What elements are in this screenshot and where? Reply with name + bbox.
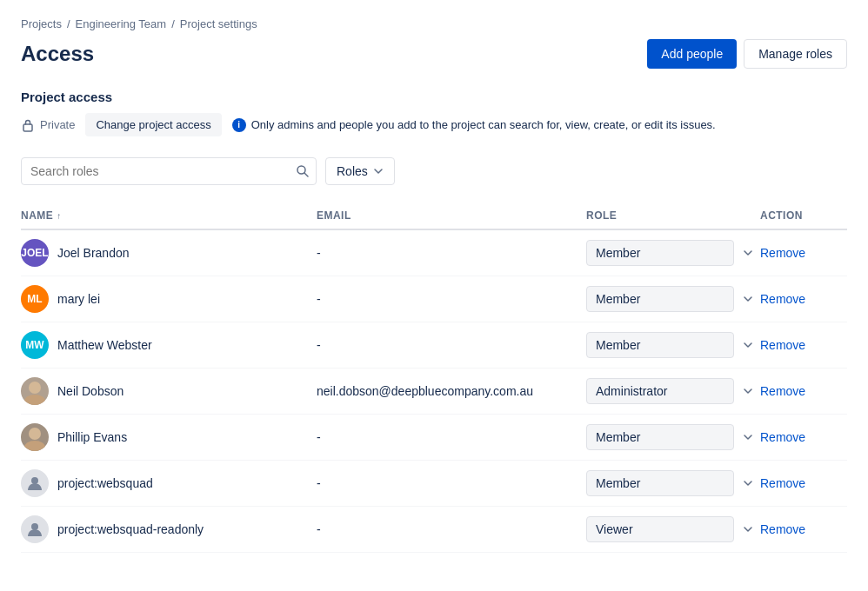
- col-role-header: Role: [586, 209, 760, 222]
- email-value: -: [317, 522, 321, 536]
- action-cell: Remove: [760, 384, 847, 398]
- remove-button[interactable]: Remove: [760, 338, 805, 352]
- svg-rect-0: [23, 124, 32, 131]
- add-people-button[interactable]: Add people: [647, 39, 737, 69]
- remove-button[interactable]: Remove: [760, 430, 805, 444]
- email-cell: -: [317, 522, 586, 536]
- role-select[interactable]: MemberAdministratorViewer: [586, 240, 734, 266]
- remove-button[interactable]: Remove: [760, 476, 805, 490]
- role-cell: MemberAdministratorViewer: [586, 470, 760, 496]
- role-select-wrap: MemberAdministratorViewer: [586, 286, 760, 312]
- remove-button[interactable]: Remove: [760, 522, 805, 536]
- col-email-header: Email: [317, 209, 586, 222]
- col-name-header: Name ↑: [21, 209, 317, 222]
- chevron-down-icon: [743, 294, 753, 304]
- user-name: project:websquad-readonly: [57, 522, 204, 536]
- search-input[interactable]: [21, 157, 317, 185]
- svg-point-7: [31, 477, 38, 484]
- table-body: JOEL Joel Brandon - MemberAdministratorV…: [21, 230, 847, 553]
- user-cell: JOEL Joel Brandon: [21, 239, 317, 267]
- role-select[interactable]: MemberAdministratorViewer: [586, 470, 734, 496]
- privacy-label: Private: [40, 118, 75, 131]
- chevron-down-icon: [743, 340, 753, 350]
- breadcrumb-project-settings: Project settings: [180, 17, 257, 30]
- project-access-section: Project access Private Change project ac…: [21, 90, 847, 136]
- avatar: [21, 423, 49, 451]
- table-row: Phillip Evans - MemberAdministratorViewe…: [21, 415, 847, 461]
- user-name: mary lei: [57, 292, 100, 306]
- breadcrumb-projects[interactable]: Projects: [21, 17, 62, 30]
- search-input-wrap: [21, 157, 317, 185]
- avatar: JOEL: [21, 239, 49, 267]
- role-select-wrap: MemberAdministratorViewer: [586, 470, 760, 496]
- role-select-wrap: MemberAdministratorViewer: [586, 332, 760, 358]
- chevron-down-icon: [743, 478, 753, 488]
- search-icon-button[interactable]: [296, 164, 310, 178]
- user-cell: ML mary lei: [21, 285, 317, 313]
- role-select-wrap: MemberAdministratorViewer: [586, 516, 760, 542]
- email-cell: -: [317, 476, 586, 490]
- email-value: -: [317, 338, 321, 352]
- role-cell: MemberAdministratorViewer: [586, 240, 760, 266]
- search-filter-row: Roles: [21, 157, 847, 185]
- user-cell: Neil Dobson: [21, 377, 317, 405]
- role-select-wrap: MemberAdministratorViewer: [586, 378, 760, 404]
- table-row: MW Matthew Webster - MemberAdministrator…: [21, 322, 847, 369]
- remove-button[interactable]: Remove: [760, 384, 805, 398]
- role-select[interactable]: MemberAdministratorViewer: [586, 332, 734, 358]
- remove-button[interactable]: Remove: [760, 292, 805, 306]
- remove-button[interactable]: Remove: [760, 246, 805, 260]
- user-cell: Phillip Evans: [21, 423, 317, 451]
- user-name: project:websquad: [57, 476, 153, 490]
- action-cell: Remove: [760, 430, 847, 444]
- role-select[interactable]: MemberAdministratorViewer: [586, 424, 734, 450]
- email-cell: neil.dobson@deepbluecompany.com.au: [317, 384, 586, 398]
- email-cell: -: [317, 430, 586, 444]
- user-cell: project:websquad: [21, 469, 317, 497]
- access-table: Name ↑ Email Role Action JOEL Joel Brand…: [21, 203, 847, 553]
- role-cell: MemberAdministratorViewer: [586, 516, 760, 542]
- table-row: Neil Dobson neil.dobson@deepbluecompany.…: [21, 369, 847, 415]
- manage-roles-button[interactable]: Manage roles: [744, 39, 847, 69]
- svg-point-6: [24, 441, 45, 451]
- action-cell: Remove: [760, 246, 847, 260]
- email-value: -: [317, 292, 321, 306]
- svg-point-8: [31, 523, 38, 530]
- roles-dropdown-label: Roles: [337, 164, 368, 178]
- email-cell: -: [317, 338, 586, 352]
- change-project-access-button[interactable]: Change project access: [85, 113, 221, 136]
- role-select-wrap: MemberAdministratorViewer: [586, 240, 760, 266]
- action-cell: Remove: [760, 476, 847, 490]
- role-cell: MemberAdministratorViewer: [586, 424, 760, 450]
- roles-dropdown-button[interactable]: Roles: [325, 157, 395, 185]
- role-select-wrap: MemberAdministratorViewer: [586, 424, 760, 450]
- breadcrumb: Projects / Engineering Team / Project se…: [21, 17, 847, 30]
- table-header: Name ↑ Email Role Action: [21, 203, 847, 230]
- action-cell: Remove: [760, 292, 847, 306]
- chevron-down-icon: [743, 248, 753, 258]
- project-access-row: Private Change project access i Only adm…: [21, 113, 847, 136]
- breadcrumb-engineering-team[interactable]: Engineering Team: [76, 17, 167, 30]
- role-select[interactable]: MemberAdministratorViewer: [586, 516, 734, 542]
- avatar: [21, 469, 49, 497]
- col-action-header: Action: [760, 209, 847, 222]
- table-row: project:websquad-readonly - MemberAdmini…: [21, 507, 847, 553]
- avatar: [21, 377, 49, 405]
- action-cell: Remove: [760, 522, 847, 536]
- email-cell: -: [317, 292, 586, 306]
- email-value: -: [317, 430, 321, 444]
- info-row: i Only admins and people you add to the …: [232, 118, 716, 132]
- chevron-down-icon: [743, 524, 753, 535]
- email-cell: -: [317, 246, 586, 260]
- user-name: Phillip Evans: [57, 430, 127, 444]
- avatar: ML: [21, 285, 49, 313]
- sort-arrow-icon: ↑: [57, 211, 61, 221]
- role-select[interactable]: MemberAdministratorViewer: [586, 286, 734, 312]
- role-select[interactable]: MemberAdministratorViewer: [586, 378, 734, 404]
- page-title: Access: [21, 42, 94, 66]
- user-cell: project:websquad-readonly: [21, 515, 317, 543]
- info-text: Only admins and people you add to the pr…: [251, 118, 716, 131]
- header-actions: Add people Manage roles: [647, 39, 847, 69]
- chevron-down-icon: [743, 386, 753, 396]
- avatar: [21, 515, 49, 543]
